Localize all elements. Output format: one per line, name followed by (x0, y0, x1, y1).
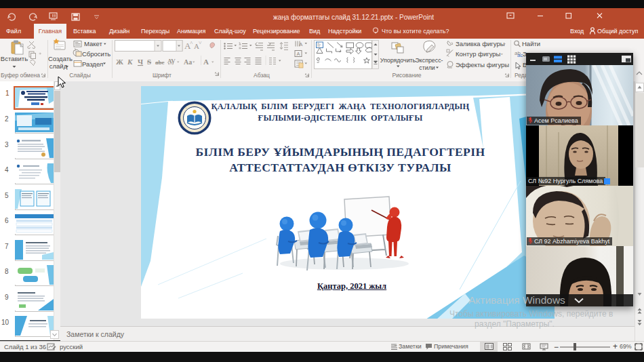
svg-text:abc: abc (155, 59, 165, 66)
svg-text:˅: ˅ (199, 40, 202, 46)
svg-text:Экспресс-: Экспресс- (416, 57, 443, 64)
svg-text:жаңа форматтағы слайд 31.12.21: жаңа форматтағы слайд 31.12.21.pptx - Po… (273, 14, 434, 21)
svg-text:Слайды: Слайды (69, 72, 91, 79)
svg-text:Абзац: Абзац (254, 72, 270, 79)
svg-text:А: А (299, 41, 303, 47)
svg-text:Шрифт: Шрифт (153, 72, 172, 79)
svg-text:S: S (147, 58, 151, 66)
svg-text:˄: ˄ (190, 40, 193, 46)
svg-text:Упорядочить: Упорядочить (380, 57, 416, 64)
svg-text:Aa: Aa (184, 58, 192, 66)
svg-text:Создать: Создать (48, 55, 73, 62)
svg-text:А: А (203, 58, 209, 66)
svg-text:Найти: Найти (522, 40, 540, 47)
svg-text:слайд: слайд (49, 62, 68, 70)
svg-text:Раздел: Раздел (82, 60, 103, 68)
svg-text:А: А (297, 51, 300, 57)
svg-text:К: К (127, 58, 133, 66)
svg-text:Буфер обмена: Буфер обмена (1, 72, 40, 79)
svg-text:стили: стили (419, 64, 435, 71)
svg-text:Заливка фигуры: Заливка фигуры (456, 40, 505, 47)
svg-text:Эффекты фигуры: Эффекты фигуры (456, 61, 509, 68)
svg-text:Вставить: Вставить (1, 55, 28, 62)
svg-text:Ч: Ч (138, 58, 143, 66)
svg-text:Сбросить: Сбросить (82, 50, 110, 58)
svg-text:Рисование: Рисование (393, 72, 422, 79)
svg-text:Ж: Ж (116, 58, 123, 66)
svg-text:Макет: Макет (84, 40, 103, 47)
svg-text:Контур фигуры: Контур фигуры (456, 50, 501, 58)
